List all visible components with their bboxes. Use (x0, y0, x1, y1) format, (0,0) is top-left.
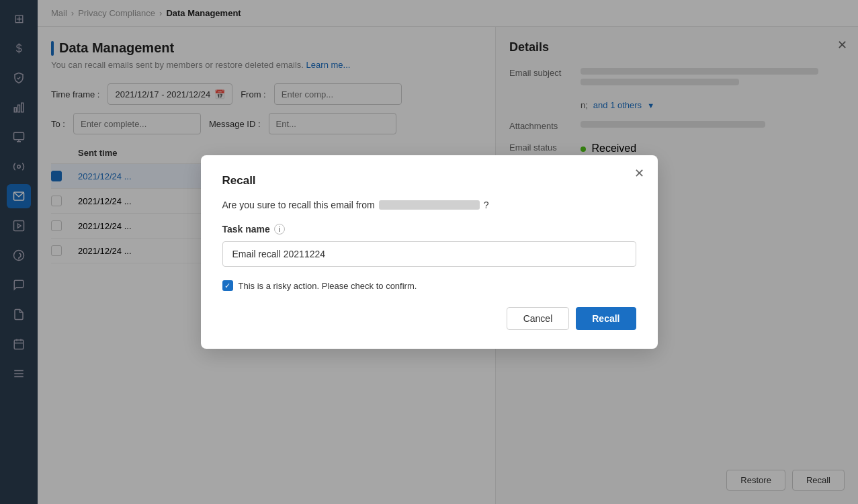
redacted-recipient (379, 200, 480, 210)
confirm-row: This is a risky action. Please check to … (222, 280, 636, 291)
modal-overlay: Recall ✕ Are you sure to recall this ema… (0, 0, 858, 504)
task-name-label: Task name i (222, 224, 636, 235)
info-icon[interactable]: i (274, 224, 285, 235)
modal-question: Are you sure to recall this email from ? (222, 200, 636, 210)
recall-button[interactable]: Recall (576, 307, 636, 330)
task-name-input[interactable] (222, 241, 636, 267)
recall-modal: Recall ✕ Are you sure to recall this ema… (201, 155, 658, 349)
modal-actions: Cancel Recall (222, 307, 636, 330)
modal-close-button[interactable]: ✕ (634, 166, 644, 181)
cancel-button[interactable]: Cancel (507, 307, 570, 330)
confirm-text: This is a risky action. Please check to … (239, 281, 417, 291)
modal-title: Recall (222, 174, 636, 187)
confirm-checkbox[interactable] (222, 280, 233, 291)
